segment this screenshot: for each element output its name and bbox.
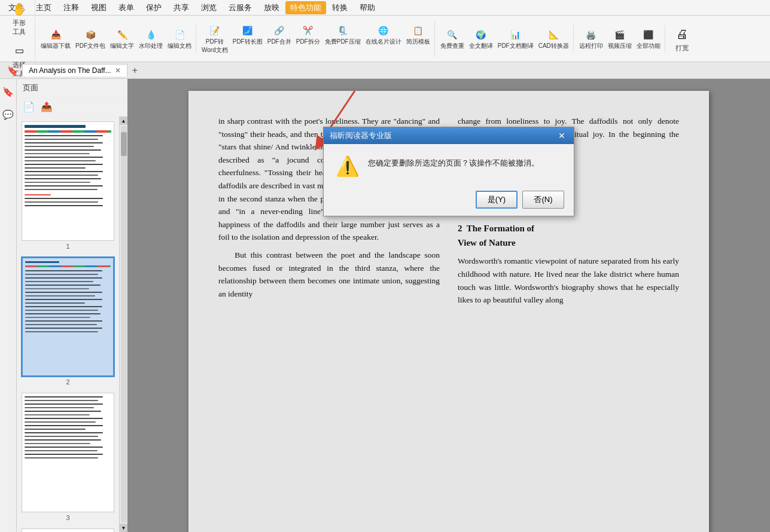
hand-tool-btn[interactable]: ✋ 手形工具 bbox=[6, 0, 32, 38]
extract-page-icon[interactable]: 📤 bbox=[39, 100, 54, 114]
pdf-merge-icon: 🔗 bbox=[272, 23, 287, 38]
remote-print-icon: 🖨️ bbox=[584, 27, 598, 42]
left-panel: 🔖 💬 页面 📄 📤 bbox=[0, 79, 127, 532]
editor-download-btn[interactable]: 📥 编辑器下载 bbox=[39, 26, 72, 51]
watermark-btn[interactable]: 💧 水印处理 bbox=[137, 26, 165, 51]
dialog-box: 福昕阅读器专业版 ✕ ⚠️ 您确定要删除所选定的页面？该操作不能被撤消。 是(Y… bbox=[323, 127, 574, 216]
content-area: in sharp contrast with the poet's loneli… bbox=[127, 79, 770, 532]
edit-doc-label: 编辑文档 bbox=[168, 42, 191, 50]
page-1-label: 1 bbox=[66, 243, 69, 250]
tab-bar: 🔖 An Analysis on The Daff... ✕ + bbox=[0, 62, 770, 79]
pdf-to-word-label: PDF转Word文档 bbox=[202, 38, 228, 54]
page-2-thumb[interactable] bbox=[22, 257, 114, 377]
page-1-thumb[interactable] bbox=[22, 121, 114, 241]
online-design-btn[interactable]: 🌐 在线名片设计 bbox=[364, 22, 403, 56]
video-compress-icon: 🎬 bbox=[613, 27, 627, 42]
video-compress-label: 视频压缩 bbox=[608, 42, 632, 50]
pdf-translate-btn[interactable]: 📊 PDF文档翻译 bbox=[496, 26, 535, 51]
pdf-translate-icon: 📊 bbox=[509, 27, 523, 42]
pdf-merge-btn[interactable]: 🔗 PDF合并 bbox=[266, 22, 293, 56]
add-page-icon[interactable]: 📄 bbox=[22, 100, 36, 114]
pdf-translate-label: PDF文档翻译 bbox=[498, 42, 534, 50]
pdf-split-label: PDF拆分 bbox=[296, 38, 320, 46]
page-1-container: 1 bbox=[22, 121, 114, 250]
menu-help[interactable]: 帮助 bbox=[354, 1, 381, 14]
toolbar-group-edit: 📥 编辑器下载 📦 PDF文件包 ✏️ 编辑文字 💧 水印处理 📄 编辑文档 bbox=[36, 25, 196, 53]
page-3-thumb[interactable] bbox=[22, 393, 114, 512]
scroll-thumb[interactable] bbox=[121, 132, 127, 156]
bookmark-icon[interactable]: 🔖 bbox=[1, 85, 16, 99]
pdf-to-longimg-icon: 🗾 bbox=[241, 23, 255, 38]
remote-print-label: 远程打印 bbox=[579, 42, 603, 50]
menu-present[interactable]: 放映 bbox=[258, 1, 285, 14]
menu-protect[interactable]: 保护 bbox=[140, 1, 168, 14]
resume-template-btn[interactable]: 📋 简历模板 bbox=[404, 22, 432, 56]
main-area: 🔖 💬 页面 📄 📤 bbox=[0, 79, 770, 532]
menu-annotate[interactable]: 注释 bbox=[57, 1, 85, 14]
edit-doc-btn[interactable]: 📄 编辑文档 bbox=[166, 26, 193, 51]
pdf-package-btn[interactable]: 📦 PDF文件包 bbox=[74, 26, 107, 51]
sidebar-scrollbar[interactable]: ▲ ▼ bbox=[119, 117, 127, 532]
print-wide-btn[interactable]: 🖨 打宽 bbox=[669, 23, 695, 54]
cad-convert-btn[interactable]: 📐 CAD转换器 bbox=[537, 26, 571, 51]
online-design-label: 在线名片设计 bbox=[366, 38, 401, 46]
scroll-down-btn[interactable]: ▼ bbox=[120, 524, 128, 532]
video-compress-btn[interactable]: 🎬 视频压缩 bbox=[606, 26, 634, 51]
pdf-split-icon: ✂️ bbox=[301, 23, 315, 38]
dialog-cancel-btn[interactable]: 否(N) bbox=[522, 191, 564, 209]
pdf-to-word-btn[interactable]: 📝 PDF转Word文档 bbox=[200, 22, 230, 56]
menu-convert[interactable]: 转换 bbox=[326, 1, 354, 14]
tab-document[interactable]: An Analysis on The Daff... ✕ bbox=[22, 64, 127, 77]
check-duplicate-label: 免费查重 bbox=[440, 42, 464, 50]
online-design-icon: 🌐 bbox=[376, 23, 391, 38]
pdf-package-label: PDF文件包 bbox=[75, 42, 105, 50]
select-icon: ▭ bbox=[10, 41, 29, 60]
check-duplicate-btn[interactable]: 🔍 免费查重 bbox=[439, 26, 466, 51]
all-functions-btn[interactable]: ⬛ 全部功能 bbox=[635, 26, 662, 51]
pdf-compress-btn[interactable]: 🗜️ 免费PDF压缩 bbox=[323, 22, 363, 56]
tab-close-btn[interactable]: ✕ bbox=[115, 66, 121, 75]
translate-btn[interactable]: 🌍 全文翻译 bbox=[467, 26, 495, 51]
edit-doc-icon: 📄 bbox=[172, 27, 187, 42]
page-4-thumb[interactable] bbox=[22, 528, 114, 532]
editor-download-label: 编辑器下载 bbox=[41, 42, 71, 50]
dialog-close-btn[interactable]: ✕ bbox=[556, 131, 568, 140]
hand-tool-label: 手形工具 bbox=[13, 19, 26, 36]
scroll-track bbox=[121, 126, 127, 522]
pdf-split-btn[interactable]: ✂️ PDF拆分 bbox=[294, 22, 322, 56]
menu-view[interactable]: 视图 bbox=[85, 1, 112, 14]
menu-share[interactable]: 共享 bbox=[168, 1, 195, 14]
dialog-overlay: 福昕阅读器专业版 ✕ ⚠️ 您确定要删除所选定的页面？该操作不能被撤消。 是(Y… bbox=[188, 91, 709, 532]
toolbar-group-check: 🔍 免费查重 🌍 全文翻译 📊 PDF文档翻译 📐 CAD转换器 bbox=[436, 25, 574, 53]
menu-browse[interactable]: 浏览 bbox=[195, 1, 223, 14]
translate-icon: 🌍 bbox=[474, 27, 488, 42]
pdf-page: in sharp contrast with the poet's loneli… bbox=[188, 91, 709, 532]
pdf-to-longimg-btn[interactable]: 🗾 PDF转长图 bbox=[231, 22, 264, 56]
new-tab-btn[interactable]: + bbox=[127, 63, 142, 78]
dialog-title-bar: 福昕阅读器专业版 ✕ bbox=[324, 127, 574, 144]
edit-text-btn[interactable]: ✏️ 编辑文字 bbox=[108, 26, 136, 51]
pin-icon[interactable]: 🔖 bbox=[2, 64, 22, 77]
watermark-icon: 💧 bbox=[144, 27, 158, 42]
toolbar-group-printwide: 🖨 打宽 bbox=[666, 22, 698, 55]
print-wide-icon: 🖨 bbox=[672, 25, 692, 44]
menu-cloud[interactable]: 云服务 bbox=[223, 1, 258, 14]
annotation-icon[interactable]: 💬 bbox=[1, 108, 16, 122]
dialog-confirm-btn[interactable]: 是(Y) bbox=[476, 191, 518, 209]
hand-icon: ✋ bbox=[10, 0, 29, 19]
dialog-buttons: 是(Y) 否(N) bbox=[324, 186, 574, 216]
menu-form[interactable]: 表单 bbox=[112, 1, 140, 14]
print-wide-label: 打宽 bbox=[675, 44, 689, 53]
dialog-message: 您确定要删除所选定的页面？该操作不能被撤消。 bbox=[368, 155, 539, 169]
pdf-to-longimg-label: PDF转长图 bbox=[233, 38, 263, 46]
page-3-label: 3 bbox=[66, 514, 69, 521]
dialog-title: 福昕阅读器专业版 bbox=[330, 130, 392, 141]
resume-template-icon: 📋 bbox=[411, 23, 425, 38]
cad-convert-icon: 📐 bbox=[546, 27, 561, 42]
dialog-warning-icon: ⚠️ bbox=[336, 155, 360, 178]
remote-print-btn[interactable]: 🖨️ 远程打印 bbox=[577, 26, 605, 51]
menu-special[interactable]: 特色功能 bbox=[285, 1, 326, 14]
all-functions-icon: ⬛ bbox=[641, 27, 656, 42]
scroll-up-btn[interactable]: ▲ bbox=[120, 117, 128, 125]
page-2-label: 2 bbox=[66, 378, 69, 386]
